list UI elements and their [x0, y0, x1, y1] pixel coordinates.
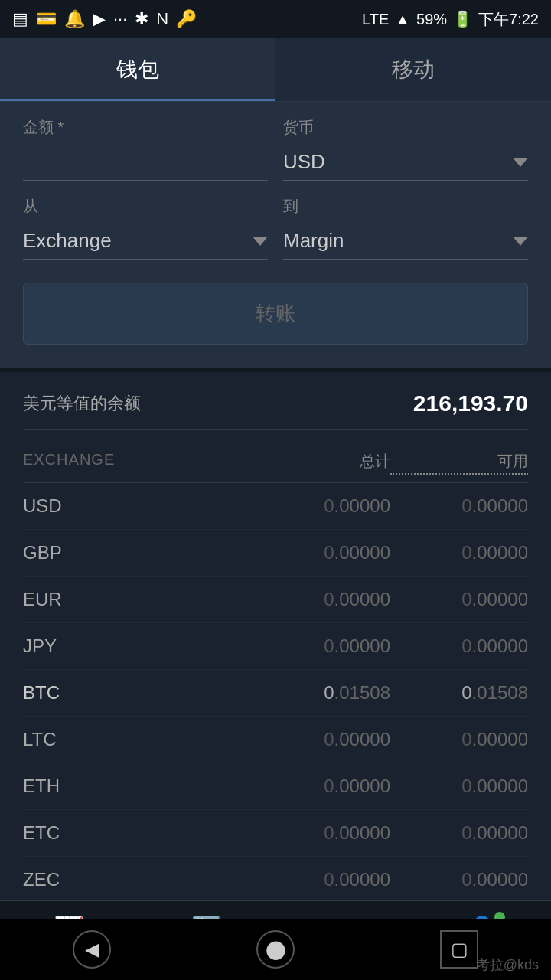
table-row: GBP 0.00000 0.00000	[23, 530, 528, 577]
row-total: 0.00000	[237, 869, 390, 890]
tab-wallet[interactable]: 钱包	[0, 38, 276, 101]
battery-label: 59%	[416, 11, 447, 28]
table-row: ETH 0.00000 0.00000	[23, 763, 528, 810]
currency-name: ETH	[23, 776, 237, 797]
col-total-header: 总计	[237, 451, 390, 475]
balance-label: 美元等值的余额	[23, 392, 141, 415]
wallet-icon: 💳	[36, 9, 57, 29]
status-bar: ▤ 💳 🔔 ▶ ··· ✱ N 🔑 LTE ▲ 59% 🔋 下午7:22	[0, 0, 551, 38]
signal-bars: ▲	[395, 11, 410, 28]
sim-icon: ▤	[12, 9, 28, 29]
top-tabs: 钱包 移动	[0, 38, 551, 102]
row-total: 0.00000	[237, 635, 390, 657]
row-total: 0.01508	[237, 682, 390, 704]
amount-group: 金额 *	[23, 117, 268, 181]
home-button[interactable]: ⬤	[256, 930, 295, 969]
table-row: ZEC 0.00000 0.00000	[23, 857, 528, 903]
row-total: 0.00000	[237, 822, 390, 844]
back-button[interactable]: ◀	[73, 930, 111, 969]
transfer-button[interactable]: 转账	[23, 283, 528, 345]
to-select[interactable]: Margin	[283, 223, 528, 260]
row-available: 0.00000	[390, 635, 528, 657]
status-left: ▤ 💳 🔔 ▶ ··· ✱ N 🔑	[12, 9, 197, 29]
currency-select[interactable]: USD	[283, 144, 528, 181]
table-row: JPY 0.00000 0.00000	[23, 623, 528, 670]
currency-name: ZEC	[23, 869, 237, 890]
currency-name: EUR	[23, 589, 237, 610]
col-available-header: 可用	[390, 451, 528, 475]
row-available: 0.00000	[390, 589, 528, 610]
balance-value: 216,193.70	[413, 390, 528, 416]
row-total: 0.00000	[237, 495, 390, 517]
tab-move[interactable]: 移动	[276, 38, 551, 101]
section-label: EXCHANGE	[23, 451, 237, 475]
bell-icon: 🔔	[64, 9, 85, 29]
form-area: 金额 * 货币 USD 从 Exchange	[0, 102, 551, 368]
currency-group: 货币 USD	[283, 117, 528, 181]
currency-name: JPY	[23, 635, 237, 657]
row-available: 0.00000	[390, 822, 528, 844]
currency-name: USD	[23, 495, 237, 517]
row-available: 0.01508	[390, 682, 528, 704]
balance-section: 美元等值的余额 216,193.70	[0, 368, 551, 437]
form-row-from-to: 从 Exchange 到 Margin	[23, 196, 528, 260]
row-available: 0.00000	[390, 495, 528, 517]
play-icon: ▶	[93, 9, 106, 29]
row-available: 0.00000	[390, 869, 528, 890]
to-value: Margin	[283, 229, 344, 253]
row-total: 0.00000	[237, 589, 390, 610]
from-select[interactable]: Exchange	[23, 223, 268, 260]
table-row: LTC 0.00000 0.00000	[23, 717, 528, 763]
table-row: EUR 0.00000 0.00000	[23, 577, 528, 623]
row-total: 0.00000	[237, 776, 390, 797]
nfc-icon: N	[156, 9, 168, 29]
from-value: Exchange	[23, 229, 112, 253]
currency-name: GBP	[23, 542, 237, 564]
currency-name: ETC	[23, 822, 237, 844]
currency-name: BTC	[23, 682, 237, 704]
exchange-table: EXCHANGE 总计 可用 USD 0.00000 0.00000 GBP 0…	[0, 437, 551, 980]
currency-label: 货币	[283, 117, 528, 138]
form-row-top: 金额 * 货币 USD	[23, 117, 528, 181]
row-available: 0.00000	[390, 729, 528, 750]
currency-chevron-icon	[513, 158, 528, 167]
battery-icon: 🔋	[453, 10, 472, 28]
from-chevron-icon	[253, 237, 268, 246]
dots-icon: ···	[113, 9, 127, 29]
system-nav: ◀ ⬤ ▢ 考拉@kds	[0, 919, 551, 980]
row-available: 0.00000	[390, 542, 528, 564]
amount-input[interactable]	[23, 144, 268, 181]
table-row: USD 0.00000 0.00000	[23, 483, 528, 530]
from-label: 从	[23, 196, 268, 217]
row-total: 0.00000	[237, 542, 390, 564]
table-row: ETC 0.00000 0.00000	[23, 810, 528, 857]
time-label: 下午7:22	[478, 9, 539, 30]
currency-value: USD	[283, 150, 325, 174]
currency-name: LTC	[23, 729, 237, 750]
status-right: LTE ▲ 59% 🔋 下午7:22	[362, 9, 539, 30]
bluetooth-icon: ✱	[135, 9, 148, 29]
row-total: 0.00000	[237, 729, 390, 750]
to-label: 到	[283, 196, 528, 217]
amount-label: 金额 *	[23, 117, 268, 138]
row-available: 0.00000	[390, 776, 528, 797]
to-group: 到 Margin	[283, 196, 528, 260]
to-chevron-icon	[513, 237, 528, 246]
watermark: 考拉@kds	[476, 956, 539, 974]
table-header: EXCHANGE 总计 可用	[23, 437, 528, 483]
table-row: BTC 0.01508 0.01508	[23, 670, 528, 717]
lte-label: LTE	[362, 11, 389, 28]
from-group: 从 Exchange	[23, 196, 268, 260]
balance-row: 美元等值的余额 216,193.70	[23, 390, 528, 430]
key-icon: 🔑	[176, 9, 197, 29]
recents-button[interactable]: ▢	[440, 930, 478, 969]
